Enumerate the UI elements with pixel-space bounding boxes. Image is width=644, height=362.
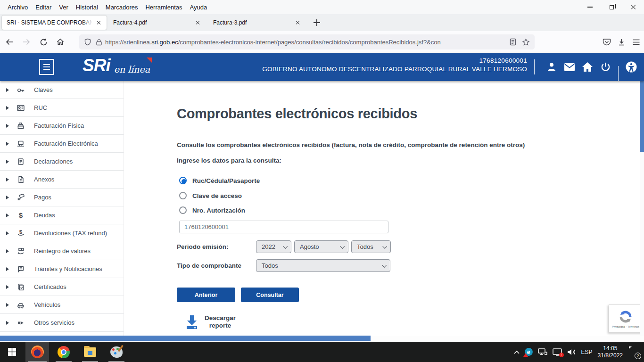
taskbar-paint-button[interactable] <box>105 342 128 362</box>
expand-caret-icon[interactable] <box>6 214 9 217</box>
recaptcha-badge[interactable]: Privacidad - Términos <box>609 304 640 333</box>
expand-caret-icon[interactable] <box>6 88 9 92</box>
sidebar-item-otros-servicios[interactable]: Otros servicios <box>0 314 124 332</box>
user-profile-button[interactable] <box>543 58 561 76</box>
anterior-button[interactable]: Anterior <box>177 288 235 302</box>
tray-clock[interactable]: 14:05 31/8/2022 <box>598 345 623 359</box>
sidebar-item-tramites-y-notificaciones[interactable]: Trámites y Notificaciones <box>0 260 124 278</box>
window-close-button[interactable] <box>622 0 644 14</box>
tray-volume-button[interactable] <box>567 348 576 356</box>
sidebar-item-facturacion-electronica[interactable]: Facturación Electrónica <box>0 135 124 153</box>
tray-network-button[interactable] <box>538 348 547 356</box>
tray-display-alert-button[interactable]: ! <box>553 348 562 356</box>
sidebar-item-ruc[interactable]: RUC <box>0 99 124 117</box>
reader-mode-icon[interactable] <box>510 38 516 46</box>
tray-antivirus-button[interactable]: e <box>525 348 533 356</box>
sidebar-item-facturacion-fisica[interactable]: Facturación Física <box>0 117 124 135</box>
accessibility-button[interactable] <box>622 58 640 76</box>
expand-caret-icon[interactable] <box>6 124 9 128</box>
sidebar-item-devoluciones-tax-refund[interactable]: $Devoluciones (TAX refund) <box>0 224 124 242</box>
expand-caret-icon[interactable] <box>6 321 9 325</box>
radio-selected-icon[interactable] <box>179 177 187 184</box>
tab-close-icon[interactable] <box>194 19 202 26</box>
forward-button[interactable] <box>19 34 34 49</box>
start-button[interactable] <box>0 342 24 362</box>
descargar-reporte-link[interactable]: Descargar reporte <box>185 314 238 329</box>
radio-unselected-icon[interactable] <box>179 192 187 199</box>
month-select[interactable]: Agosto <box>294 240 348 253</box>
chevron-down-icon <box>382 244 387 249</box>
new-tab-button[interactable] <box>310 16 323 29</box>
sidebar-item-declaraciones[interactable]: Declaraciones <box>0 153 124 171</box>
url-bar[interactable]: https://srienlinea.sri.gob.ec/comprobant… <box>79 34 535 49</box>
consultar-button[interactable]: Consultar <box>241 288 299 302</box>
expand-caret-icon[interactable] <box>6 160 9 164</box>
vertical-scrollbar-thumb[interactable] <box>640 81 644 152</box>
home-button[interactable] <box>53 34 68 49</box>
tray-language-button[interactable]: ESP <box>581 349 593 355</box>
tab-close-icon[interactable] <box>95 19 103 26</box>
radio-unselected-icon[interactable] <box>179 206 187 214</box>
messages-button[interactable] <box>561 58 578 76</box>
expand-caret-icon[interactable] <box>6 249 9 253</box>
expand-caret-icon[interactable] <box>6 231 9 235</box>
tab-close-icon[interactable] <box>294 19 302 26</box>
taskbar-explorer-button[interactable] <box>78 342 102 362</box>
expand-caret-icon[interactable] <box>6 178 9 181</box>
window-minimize-button[interactable] <box>579 0 601 14</box>
sidebar-item-claves[interactable]: Claves <box>0 81 124 99</box>
lock-icon[interactable] <box>96 39 102 46</box>
action-center-button[interactable]: 2 <box>628 347 639 357</box>
radio-ruc-cedula-pasaporte[interactable]: Ruc/Cédula/Pasaporte <box>179 177 260 184</box>
sidebar-item-vehiculos[interactable]: Vehículos <box>0 296 124 314</box>
tab-sri-sistema[interactable]: SRI - SISTEMA DE COMPROBANTES <box>2 16 107 30</box>
radio-nro-autorizacion[interactable]: Nro. Autorización <box>179 206 245 214</box>
chrome-icon <box>58 346 70 358</box>
sidebar-item-deudas[interactable]: $Deudas <box>0 206 124 224</box>
payment-icon <box>15 193 26 202</box>
expand-caret-icon[interactable] <box>6 267 9 271</box>
sidebar-item-certificados[interactable]: Certificados <box>0 278 124 296</box>
sidebar-toggle-button[interactable] <box>39 59 54 75</box>
expand-caret-icon[interactable] <box>6 285 9 289</box>
logout-button[interactable] <box>596 58 614 76</box>
sri-logo[interactable]: SRi en línea <box>83 56 150 75</box>
tray-expand-button[interactable] <box>514 350 520 354</box>
back-button[interactable] <box>2 34 17 49</box>
expand-caret-icon[interactable] <box>6 196 9 199</box>
app-menu-icon[interactable] <box>632 39 640 46</box>
ruc-input[interactable] <box>179 221 388 233</box>
menu-editar[interactable]: Editar <box>32 2 55 13</box>
menu-ver[interactable]: Ver <box>55 2 72 13</box>
shield-icon[interactable] <box>84 38 91 46</box>
horizontal-scrollbar[interactable] <box>0 336 644 341</box>
pocket-icon[interactable] <box>603 38 611 46</box>
menu-archivo[interactable]: Archivo <box>4 2 32 13</box>
taskbar-firefox-button[interactable] <box>25 342 49 362</box>
page-title: Comprobantes electrónicos recibidos <box>177 106 417 122</box>
day-select[interactable]: Todos <box>351 240 391 253</box>
tab-factura-3[interactable]: Factura-3.pdf <box>206 16 306 30</box>
radio-clave-acceso[interactable]: Clave de acceso <box>179 192 242 199</box>
home-portal-button[interactable] <box>578 58 596 76</box>
sidebar-item-pagos[interactable]: Pagos <box>0 189 124 206</box>
reload-button[interactable] <box>36 34 51 49</box>
year-select[interactable]: 2022 <box>256 240 291 253</box>
menu-herramientas[interactable]: Herramientas <box>141 2 186 13</box>
taskbar-chrome-button[interactable] <box>52 342 75 362</box>
tab-factura-4[interactable]: Factura-4.pdf <box>107 16 206 30</box>
expand-caret-icon[interactable] <box>6 106 9 110</box>
expand-caret-icon[interactable] <box>6 142 9 146</box>
menu-ayuda[interactable]: Ayuda <box>186 2 211 13</box>
sidebar-item-reintegro-de-valores[interactable]: Reintegro de valores <box>0 242 124 260</box>
bookmark-star-icon[interactable] <box>522 38 530 46</box>
horizontal-scrollbar-thumb[interactable] <box>0 336 371 341</box>
vertical-scrollbar[interactable] <box>640 81 644 336</box>
menu-marcadores[interactable]: Marcadores <box>102 2 142 13</box>
menu-historial[interactable]: Historial <box>72 2 102 13</box>
window-restore-button[interactable] <box>601 0 622 14</box>
downloads-icon[interactable] <box>618 38 626 46</box>
tipo-comprobante-select[interactable]: Todos <box>256 259 390 272</box>
expand-caret-icon[interactable] <box>6 303 9 307</box>
sidebar-item-anexos[interactable]: Anexos <box>0 171 124 189</box>
